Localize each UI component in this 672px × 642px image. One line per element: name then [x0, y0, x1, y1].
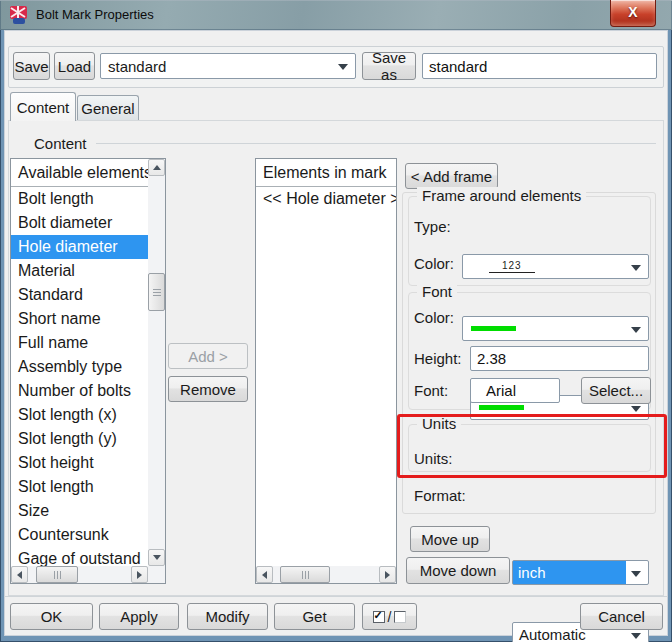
- list-item[interactable]: Gage of outstand: [11, 547, 148, 566]
- list-item[interactable]: Full name: [11, 331, 148, 355]
- scroll-left-button[interactable]: [256, 566, 273, 583]
- scroll-right-button[interactable]: [379, 566, 396, 583]
- chevron-down-icon: [338, 64, 348, 70]
- preset-combo[interactable]: standard: [100, 53, 356, 79]
- font-height-input[interactable]: [470, 346, 649, 371]
- frame-color-label: Color:: [414, 255, 454, 272]
- mark-hscrollbar[interactable]: [256, 566, 396, 583]
- chevron-down-icon: [631, 633, 641, 639]
- list-item[interactable]: Assembly type: [11, 355, 148, 379]
- available-vscrollbar[interactable]: [148, 159, 165, 566]
- cancel-button[interactable]: Cancel: [580, 603, 663, 630]
- toggle-all-fields-button[interactable]: ✓ /: [362, 603, 417, 630]
- remove-button[interactable]: Remove: [168, 376, 248, 402]
- content-separator: [96, 143, 656, 144]
- save-button[interactable]: Save: [13, 52, 50, 80]
- list-item[interactable]: Number of bolts: [11, 379, 148, 403]
- list-item[interactable]: Slot length (x): [11, 403, 148, 427]
- preset-combo-value: standard: [101, 58, 166, 75]
- scroll-left-button[interactable]: [11, 566, 28, 583]
- title-bar[interactable]: Bolt Mark Properties X: [0, 0, 672, 30]
- ok-button[interactable]: OK: [10, 603, 93, 630]
- get-button[interactable]: Get: [274, 603, 355, 630]
- content-checkbox-label: Content: [34, 135, 87, 152]
- list-item[interactable]: Slot length: [11, 475, 148, 499]
- list-item[interactable]: Standard: [11, 283, 148, 307]
- list-item[interactable]: Bolt length: [11, 187, 148, 211]
- scroll-down-button[interactable]: [148, 549, 165, 566]
- scroll-right-button[interactable]: [131, 566, 148, 583]
- mark-list-body: << Hole diameter >>: [256, 187, 396, 211]
- list-item[interactable]: Short name: [11, 307, 148, 331]
- app-icon: [9, 5, 29, 25]
- frame-type-combo[interactable]: 123: [462, 254, 649, 279]
- font-select-button[interactable]: Select...: [581, 377, 651, 404]
- save-as-input[interactable]: [422, 53, 657, 79]
- available-list-header: Available elements: [11, 159, 148, 187]
- units-combo[interactable]: inch: [512, 560, 649, 585]
- move-down-button[interactable]: Move down: [406, 557, 510, 584]
- font-color-label: Color:: [414, 309, 454, 326]
- font-height-label: Height:: [414, 350, 462, 367]
- bolt-mark-properties-window: Bolt Mark Properties X Save Load standar…: [0, 0, 672, 642]
- units-combo-value: inch: [513, 561, 626, 584]
- available-hscrollbar[interactable]: [11, 566, 148, 583]
- chevron-down-icon: [631, 571, 641, 577]
- list-item[interactable]: Slot length (y): [11, 427, 148, 451]
- hscroll-thumb[interactable]: [36, 566, 78, 583]
- available-list-body: Bolt lengthBolt diameterHole diameterMat…: [11, 187, 148, 566]
- available-elements-list: Available elements Bolt lengthBolt diame…: [10, 158, 166, 584]
- frame-type-preview: 123: [489, 260, 535, 273]
- font-name-field[interactable]: Arial: [470, 378, 560, 403]
- list-item[interactable]: Slot height: [11, 451, 148, 475]
- window-title: Bolt Mark Properties: [36, 0, 154, 30]
- tab-general[interactable]: General: [77, 95, 139, 120]
- color-swatch-green: [479, 405, 524, 410]
- list-item[interactable]: Bolt diameter: [11, 211, 148, 235]
- font-group-legend: Font: [417, 283, 457, 300]
- modify-button[interactable]: Modify: [187, 603, 268, 630]
- frame-type-label: Type:: [414, 218, 451, 235]
- elements-in-mark-list: Elements in mark << Hole diameter >>: [255, 158, 397, 584]
- format-combo-value: Automatic: [513, 626, 586, 642]
- tab-content[interactable]: Content: [10, 92, 76, 121]
- apply-button[interactable]: Apply: [99, 603, 179, 630]
- format-label: Format:: [414, 487, 466, 504]
- scroll-up-button[interactable]: [148, 159, 165, 176]
- units-group-legend: Units: [417, 415, 461, 432]
- footer-separator: [4, 596, 668, 597]
- list-item[interactable]: Size: [11, 499, 148, 523]
- vscroll-thumb[interactable]: [148, 273, 165, 311]
- hscroll-thumb[interactable]: [280, 566, 330, 583]
- close-button[interactable]: X: [610, 0, 656, 27]
- units-label: Units:: [414, 450, 452, 467]
- list-item[interactable]: Material: [11, 259, 148, 283]
- add-frame-button[interactable]: < Add frame: [405, 163, 498, 189]
- add-button[interactable]: Add >: [168, 343, 248, 369]
- list-item[interactable]: Countersunk: [11, 523, 148, 547]
- chevron-down-icon: [631, 406, 641, 412]
- frame-group-legend: Frame around elements: [417, 187, 586, 204]
- scrollbar-corner: [148, 566, 165, 583]
- checked-box-icon: ✓: [373, 611, 385, 623]
- font-name-label: Font:: [414, 382, 448, 399]
- save-as-button[interactable]: Save as: [362, 52, 416, 80]
- list-item[interactable]: Hole diameter: [11, 235, 148, 259]
- move-up-button[interactable]: Move up: [410, 526, 490, 552]
- mark-list-header: Elements in mark: [256, 159, 396, 187]
- list-item[interactable]: << Hole diameter >>: [256, 187, 396, 211]
- unchecked-box-icon: [394, 611, 406, 623]
- load-button[interactable]: Load: [54, 52, 95, 80]
- chevron-down-icon: [631, 265, 641, 271]
